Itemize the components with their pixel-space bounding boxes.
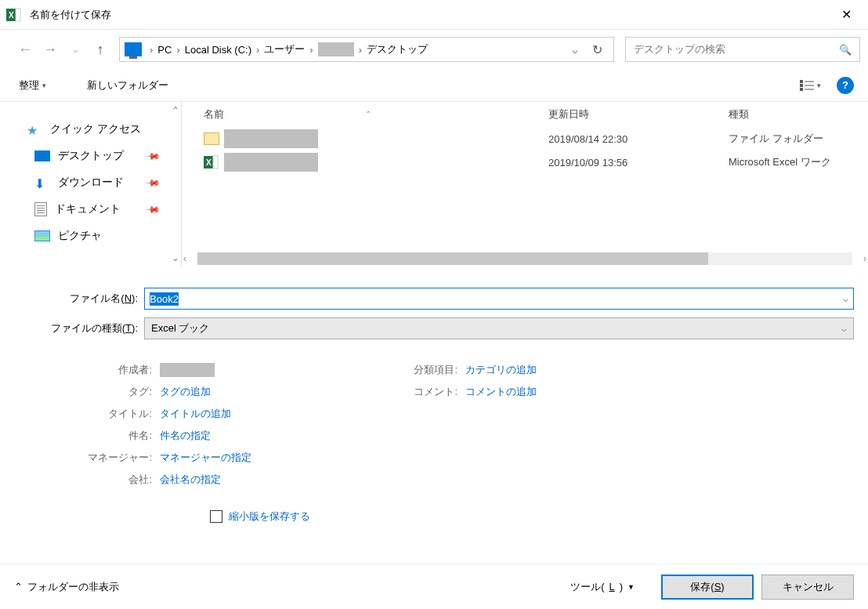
file-list-header: 名前⌃ 更新日時 種類 <box>182 102 868 127</box>
comment-value[interactable]: コメントの追加 <box>465 385 537 399</box>
thumbnail-label[interactable]: 縮小版を保存する <box>229 509 310 524</box>
author-value-redacted[interactable] <box>160 363 215 377</box>
column-header-type[interactable]: 種類 <box>729 107 868 121</box>
up-button[interactable]: ↑ <box>89 38 111 60</box>
sidebar: ⌃ ★ クイック アクセス デスクトップ 📌 ⬇ ダウンロード 📌 ドキュメント… <box>0 102 182 266</box>
forward-button[interactable]: → <box>39 38 61 60</box>
breadcrumb-sep-icon: › <box>148 44 154 56</box>
breadcrumb-seg[interactable]: ユーザー <box>261 42 308 56</box>
title-label: タイトル: <box>14 407 160 421</box>
subject-label: 件名: <box>14 429 160 443</box>
sidebar-item-pictures[interactable]: ピクチャ <box>0 223 181 249</box>
column-header-date[interactable]: 更新日時 <box>548 107 729 121</box>
search-icon: 🔍 <box>839 44 852 56</box>
hscroll-thumb[interactable] <box>197 252 708 265</box>
filetype-select[interactable]: Excel ブック ⌵ <box>144 317 854 339</box>
folder-icon <box>204 132 219 145</box>
breadcrumb-redacted[interactable] <box>318 42 354 56</box>
thumbnail-checkbox[interactable] <box>210 510 222 523</box>
svg-rect-5 <box>800 88 803 91</box>
breadcrumb-root[interactable]: PC <box>154 44 175 56</box>
hscroll-left[interactable]: ‹ <box>183 253 186 264</box>
tag-label: タグ: <box>14 385 160 399</box>
cancel-button[interactable]: キャンセル <box>761 575 854 600</box>
column-header-name[interactable]: 名前⌃ <box>204 107 548 121</box>
breadcrumb-seg[interactable]: Local Disk (C:) <box>182 44 255 56</box>
filename-input[interactable]: Book2 ⌵ <box>144 288 854 310</box>
sidebar-quick-access[interactable]: ★ クイック アクセス <box>0 116 181 143</box>
sidebar-scroll-up[interactable]: ⌃ <box>172 105 179 116</box>
file-type: ファイル フォルダー <box>729 132 868 146</box>
filename-label: ファイル名(N): <box>14 292 144 306</box>
address-dropdown-icon[interactable]: ⌵ <box>566 44 584 56</box>
chevron-up-icon: ⌃ <box>14 581 23 593</box>
close-button[interactable]: ✕ <box>830 0 862 30</box>
picture-icon <box>34 230 50 241</box>
file-type: Microsoft Excel ワーク <box>729 155 868 169</box>
history-dropdown[interactable]: ⌵ <box>64 38 86 60</box>
category-label: 分類項目: <box>320 363 465 377</box>
filetype-value: Excel ブック <box>151 321 209 335</box>
svg-rect-11 <box>213 156 218 169</box>
address-bar[interactable]: › PC › Local Disk (C:) › ユーザー › › デスクトップ… <box>119 37 614 62</box>
company-value[interactable]: 会社名の指定 <box>160 473 221 487</box>
manager-value[interactable]: マネージャーの指定 <box>160 451 251 465</box>
file-date: 2019/10/09 13:56 <box>548 157 729 169</box>
tag-value[interactable]: タグの追加 <box>160 385 211 399</box>
help-button[interactable]: ? <box>837 77 854 94</box>
dropdown-icon[interactable]: ⌵ <box>843 294 848 304</box>
back-button[interactable]: ← <box>14 38 36 60</box>
pin-icon: 📌 <box>145 175 161 191</box>
refresh-button[interactable]: ↻ <box>584 42 610 57</box>
organize-menu[interactable]: 整理▾ <box>14 75 51 96</box>
filetype-label: ファイルの種類(T): <box>14 321 144 335</box>
subject-value[interactable]: 件名の指定 <box>160 429 211 443</box>
svg-text:X: X <box>9 11 14 20</box>
filename-value: Book2 <box>150 292 179 306</box>
sort-indicator-icon: ⌃ <box>365 110 371 118</box>
file-row[interactable]: X 2019/10/09 13:56 Microsoft Excel ワーク <box>182 150 868 174</box>
save-button[interactable]: 保存(S) <box>661 575 754 600</box>
comment-label: コメント: <box>320 385 465 399</box>
title-bar: X 名前を付けて保存 ✕ <box>0 0 868 30</box>
view-options-button[interactable]: ▾ <box>795 77 826 94</box>
title-value[interactable]: タイトルの追加 <box>160 407 231 421</box>
form-area: ファイル名(N): Book2 ⌵ ファイルの種類(T): Excel ブック … <box>0 266 868 524</box>
tools-menu[interactable]: ツール(L)▼ <box>570 580 635 594</box>
author-label: 作成者: <box>14 363 160 377</box>
breadcrumb-sep-icon: › <box>357 44 363 56</box>
excel-app-icon: X <box>6 7 22 23</box>
toolbar: 整理▾ 新しいフォルダー ▾ ? <box>0 69 868 102</box>
pin-icon: 📌 <box>145 201 161 218</box>
file-row[interactable]: 2019/08/14 22:30 ファイル フォルダー <box>182 127 868 150</box>
breadcrumb-sep-icon: › <box>175 44 181 56</box>
breadcrumb-seg[interactable]: デスクトップ <box>363 42 431 56</box>
svg-text:X: X <box>206 158 212 167</box>
footer: ⌃ フォルダーの非表示 ツール(L)▼ 保存(S) キャンセル <box>0 564 868 609</box>
breadcrumb-sep-icon: › <box>308 44 314 56</box>
pin-icon: 📌 <box>145 148 161 165</box>
main-split: ⌃ ★ クイック アクセス デスクトップ 📌 ⬇ ダウンロード 📌 ドキュメント… <box>0 102 868 266</box>
sidebar-item-downloads[interactable]: ⬇ ダウンロード 📌 <box>0 169 181 196</box>
metadata-area: 作成者: タグ:タグの追加 タイトル:タイトルの追加 件名:件名の指定 マネージ… <box>14 345 854 491</box>
excel-file-icon: X <box>204 154 219 170</box>
download-icon: ⬇ <box>34 176 50 189</box>
file-date: 2019/08/14 22:30 <box>548 133 729 145</box>
nav-bar: ← → ⌵ ↑ › PC › Local Disk (C:) › ユーザー › … <box>0 30 868 69</box>
hscroll-right[interactable]: › <box>863 253 866 264</box>
search-input[interactable]: デスクトップの検索 🔍 <box>625 37 860 62</box>
hide-folders-toggle[interactable]: ⌃ フォルダーの非表示 <box>14 580 119 594</box>
hscrollbar[interactable] <box>197 252 852 265</box>
svg-rect-4 <box>800 84 803 87</box>
sidebar-item-desktop[interactable]: デスクトップ 📌 <box>0 143 181 169</box>
filename-redacted <box>224 129 318 148</box>
sidebar-scroll-down[interactable]: ⌄ <box>172 252 179 263</box>
dropdown-icon[interactable]: ⌵ <box>841 324 847 334</box>
category-value[interactable]: カテゴリの追加 <box>465 363 537 377</box>
search-placeholder: デスクトップの検索 <box>634 42 839 56</box>
svg-rect-2 <box>16 9 20 21</box>
thumbnail-row: 縮小版を保存する <box>14 491 854 524</box>
sidebar-item-documents[interactable]: ドキュメント 📌 <box>0 196 181 223</box>
new-folder-button[interactable]: 新しいフォルダー <box>82 75 173 96</box>
filename-redacted <box>224 153 318 172</box>
